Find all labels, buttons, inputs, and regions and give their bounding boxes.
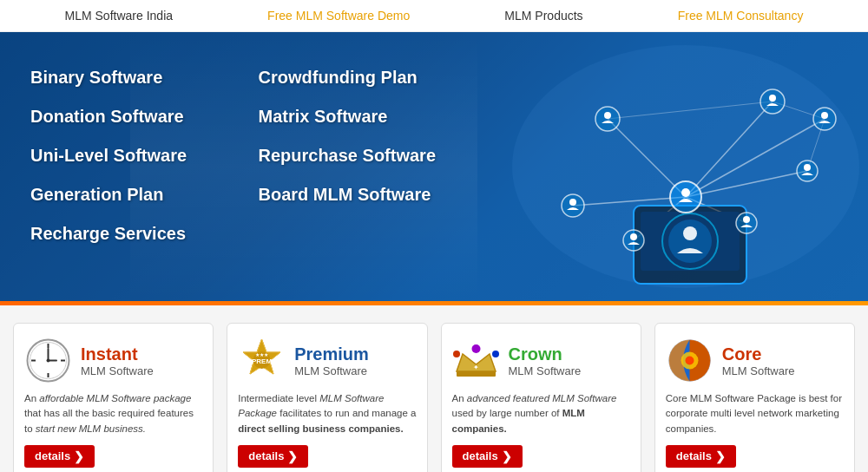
- nav-free-consultancy[interactable]: Free MLM Consultancy: [678, 9, 804, 23]
- hero-link-binary[interactable]: Binary Software: [30, 58, 259, 97]
- hero-banner: Binary Software Donation Software Uni-Le…: [0, 32, 868, 301]
- card-premium-title: Premium: [294, 344, 369, 364]
- card-instant-header: Instant MLM Software: [24, 337, 202, 384]
- svg-text:PREM: PREM: [252, 357, 272, 365]
- hero-link-repurchase[interactable]: Repurchase Software: [259, 136, 487, 175]
- card-crown-header: ✦ Crown MLM Software: [452, 337, 630, 384]
- svg-point-40: [47, 359, 50, 363]
- card-core-subtitle: MLM Software: [722, 364, 795, 377]
- card-crown-details-button[interactable]: details ❯: [452, 445, 523, 468]
- card-premium-title-block: Premium MLM Software: [294, 344, 369, 377]
- card-core-header: Core MLM Software: [666, 337, 844, 384]
- svg-point-50: [492, 351, 499, 357]
- arrow-icon: ❯: [715, 449, 726, 463]
- svg-point-54: [685, 357, 694, 365]
- card-premium-details-label: details: [248, 449, 284, 462]
- card-crown-title-block: Crown MLM Software: [509, 344, 582, 377]
- nav-mlm-software-india[interactable]: MLM Software India: [65, 9, 174, 23]
- nav-free-demo[interactable]: Free MLM Software Demo: [267, 9, 410, 23]
- hero-link-crowdfunding[interactable]: Crowdfunding Plan: [259, 58, 487, 97]
- card-instant-title: Instant: [81, 344, 154, 364]
- clock-icon: [24, 337, 72, 384]
- card-crown-subtitle: MLM Software: [509, 364, 582, 377]
- svg-text:★★★: ★★★: [255, 352, 268, 357]
- card-instant-details-button[interactable]: details ❯: [24, 445, 95, 468]
- card-premium: PREM ★★★ Premium MLM Software Intermedia…: [227, 323, 427, 472]
- svg-point-49: [471, 344, 480, 353]
- arrow-icon: ❯: [502, 449, 512, 463]
- hero-col-2: Crowdfunding Plan Matrix Software Repurc…: [259, 58, 487, 253]
- arrow-icon: ❯: [287, 449, 298, 463]
- card-crown: ✦ Crown MLM Software An advanced feature…: [441, 323, 641, 472]
- card-instant-details-label: details: [35, 449, 70, 462]
- card-core-details-label: details: [676, 449, 712, 462]
- card-crown-title: Crown: [509, 344, 582, 364]
- card-crown-details-label: details: [463, 449, 498, 462]
- card-instant-subtitle: MLM Software: [81, 364, 154, 377]
- hero-content: Binary Software Donation Software Uni-Le…: [0, 32, 868, 301]
- hero-link-generation[interactable]: Generation Plan: [30, 175, 259, 214]
- nav-mlm-products[interactable]: MLM Products: [504, 9, 582, 23]
- card-premium-subtitle: MLM Software: [294, 364, 369, 377]
- main-nav: MLM Software India Free MLM Software Dem…: [0, 0, 868, 32]
- svg-rect-47: [457, 371, 496, 377]
- svg-point-48: [453, 351, 460, 357]
- card-core-title: Core: [722, 344, 795, 364]
- card-premium-details-button[interactable]: details ❯: [238, 445, 308, 468]
- crown-icon: ✦: [452, 337, 500, 384]
- card-instant-desc: An affordable MLM Software package that …: [24, 391, 202, 436]
- hero-link-matrix[interactable]: Matrix Software: [259, 97, 487, 136]
- card-premium-desc: Intermediate level MLM Software Package …: [238, 391, 416, 436]
- premium-badge-icon: PREM ★★★: [238, 337, 286, 384]
- card-instant: Instant MLM Software An affordable MLM S…: [13, 323, 214, 472]
- card-core-title-block: Core MLM Software: [722, 344, 795, 377]
- card-premium-header: PREM ★★★ Premium MLM Software: [238, 337, 416, 384]
- card-core: Core MLM Software Core MLM Software Pack…: [654, 323, 855, 472]
- svg-text:✦: ✦: [473, 364, 479, 371]
- arrow-icon: ❯: [74, 449, 84, 463]
- hero-links: Binary Software Donation Software Uni-Le…: [0, 32, 503, 301]
- hero-link-donation[interactable]: Donation Software: [30, 97, 259, 136]
- card-core-details-button[interactable]: details ❯: [666, 445, 736, 468]
- hero-link-board[interactable]: Board MLM Software: [259, 175, 487, 214]
- hero-link-unilevel[interactable]: Uni-Level Software: [30, 136, 259, 175]
- core-earth-icon: [666, 337, 713, 384]
- product-cards: Instant MLM Software An affordable MLM S…: [0, 305, 868, 472]
- hero-col-1: Binary Software Donation Software Uni-Le…: [30, 58, 259, 253]
- card-crown-desc: An advanced featured MLM Software used b…: [452, 391, 630, 436]
- hero-link-recharge[interactable]: Recharge Services: [30, 214, 259, 253]
- card-instant-title-block: Instant MLM Software: [81, 344, 154, 377]
- card-core-desc: Core MLM Software Package is best for co…: [666, 391, 844, 436]
